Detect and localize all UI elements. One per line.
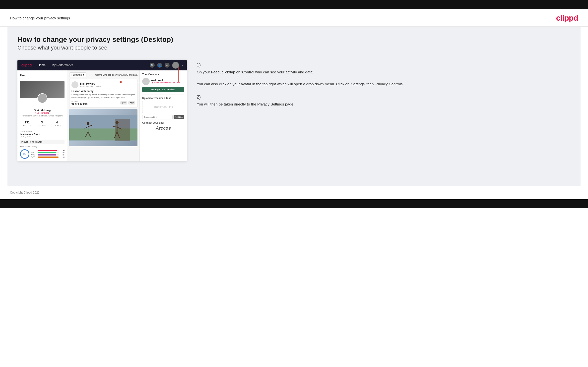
mock-quality-row: 92 OTT 90 APP [20, 149, 65, 159]
mock-golf-image [69, 109, 137, 146]
mock-trackman-title: Upload a Trackman Test [142, 95, 184, 100]
mock-tag-app: APP [128, 101, 135, 105]
mock-user-icon: 👤 [157, 63, 162, 68]
svg-line-11 [117, 127, 122, 129]
mock-user-club: Royal North Devon Golf Club, United King… [20, 115, 65, 117]
mock-post-header: Blair McHarg Yesterday · Sunningdale [71, 81, 135, 88]
mock-following-row: Following ▾ Control who can see your act… [69, 72, 137, 77]
mock-user-name: Blair McHarg [20, 109, 65, 112]
mock-coach-name: David Ford [151, 79, 180, 82]
mock-body: Feed Blair McHarg Plus Handicap Royal No… [17, 70, 187, 161]
mock-middle-panel: Following ▾ Control who can see your act… [67, 70, 139, 161]
svg-rect-1 [69, 129, 137, 141]
breadcrumb: How to change your privacy settings [10, 16, 70, 20]
clippd-logo: clippd [556, 13, 578, 23]
mock-stat-followers: 3 Followers [38, 121, 46, 126]
mock-bar-putt-fill [38, 157, 59, 158]
mock-post-tags: OTT APP [120, 101, 135, 105]
mock-bar-ott-label: OTT [31, 150, 37, 151]
mock-followers-value: 3 [38, 121, 46, 124]
mock-tag-ott: OTT [120, 101, 127, 105]
site-footer: Copyright Clippd 2022 [0, 186, 588, 199]
mock-search-icon: 🔍 [150, 63, 155, 68]
mock-bar-ott-track [38, 150, 59, 151]
mock-nav-home: Home [38, 63, 46, 67]
mock-following-value: 4 [53, 121, 61, 124]
mock-nav-icons: 🔍 👤 ⊕ ▾ [150, 62, 183, 69]
mock-duration-label: Duration [71, 100, 87, 103]
mock-settings-icon: ⊕ [165, 63, 170, 68]
svg-line-13 [117, 132, 120, 138]
mock-bar-ott-fill [38, 150, 57, 151]
mock-activities-value: 131 [23, 121, 31, 124]
mock-left-panel: Feed Blair McHarg Plus Handicap Royal No… [17, 70, 67, 161]
mock-post-title: Lesson with Fordy [71, 90, 135, 93]
mock-latest-date: 03 Aug 2022 [20, 135, 65, 138]
mock-stat-following: 4 Following [53, 121, 61, 126]
mock-arccos-label: Arccos [142, 126, 184, 131]
mock-following-label: Following [53, 124, 61, 126]
main-content: How to change your privacy settings (Des… [7, 27, 581, 186]
mock-following-chevron: ▾ [83, 73, 84, 76]
mock-coach-club: 📍 Royal North Devon Golf Club [151, 82, 180, 84]
mock-following-label: Following [71, 73, 82, 76]
mock-activities-label: Activities [23, 124, 31, 126]
mock-trackman-input-row: Add Link [142, 115, 184, 119]
mock-circle-score: 92 [20, 149, 29, 159]
mock-trackman-box: Trackman Link [142, 101, 184, 113]
screenshot-mock: clippd Home My Performance 🔍 👤 ⊕ ▾ Feed [17, 60, 187, 161]
mock-user-avatar-btn[interactable] [172, 62, 179, 69]
svg-line-12 [115, 132, 117, 138]
mock-post-avatar [71, 81, 78, 88]
mock-feed-tab[interactable]: Feed [20, 74, 26, 78]
mock-profile-avatar [37, 93, 47, 103]
mock-latest-label: Latest Activity [20, 130, 65, 132]
mock-coach-avatar [142, 78, 150, 85]
mock-nav-performance: My Performance [52, 63, 73, 67]
mock-clippd-logo: clippd [21, 63, 32, 67]
mock-bar-ott: OTT 90 [31, 150, 65, 151]
mock-quality-label: Total Player Quality [20, 146, 65, 148]
mock-coach-row: David Ford 📍 Royal North Devon Golf Club [142, 78, 184, 85]
mock-navbar: clippd Home My Performance 🔍 👤 ⊕ ▾ [17, 60, 187, 70]
top-bar [0, 0, 588, 9]
svg-point-2 [87, 122, 89, 125]
mock-golf-svg [69, 109, 137, 146]
bottom-bar [0, 199, 588, 208]
copyright-text: Copyright Clippd 2022 [10, 191, 40, 194]
mock-post-date: Yesterday · Sunningdale [80, 85, 101, 87]
mock-bar-arg: ARG 86 [31, 154, 65, 156]
mock-right-panel: Your Coaches David Ford 📍 Royal North De… [139, 70, 187, 161]
site-header: How to change your privacy settings clip… [0, 9, 588, 27]
mock-bar-arg-track [38, 154, 59, 156]
mock-following-button[interactable]: Following ▾ [69, 72, 86, 77]
mock-bar-app-track [38, 152, 59, 153]
mock-bar-app: APP 85 [31, 152, 65, 154]
page-subtitle: Choose what you want people to see [17, 45, 571, 51]
mock-control-link[interactable]: Control who can see your activity and da… [95, 74, 137, 76]
mock-bars: OTT 90 APP 85 [31, 150, 65, 158]
mock-bar-arg-fill [38, 154, 56, 156]
mock-bar-arg-val: 86 [60, 154, 65, 156]
mock-bar-app-fill [38, 152, 56, 153]
step-2-text: You will then be taken directly to the P… [197, 101, 571, 107]
mock-user-handicap: Plus Handicap [20, 112, 65, 114]
instruction-step-1: 1) On your Feed, click/tap on 'Control w… [197, 62, 571, 87]
instruction-step-2: 2) You will then be taken directly to th… [197, 95, 571, 107]
mock-followers-label: Followers [38, 124, 46, 126]
mock-bar-ott-val: 90 [60, 150, 65, 151]
mock-latest-name: Lesson with Fordy [20, 133, 65, 135]
mock-connect-title: Connect your data [142, 119, 184, 124]
mock-manage-coaches-button[interactable]: Manage Your Coaches [142, 87, 184, 92]
step-1-number: 1) [197, 62, 571, 68]
content-layout: clippd Home My Performance 🔍 👤 ⊕ ▾ Feed [17, 60, 571, 161]
mock-duration-info: Duration 01 hr : 30 min [71, 100, 87, 105]
mock-perf-title: Player Performance [20, 140, 65, 144]
step-1-extra: You can also click on your avatar in the… [197, 81, 571, 87]
svg-point-8 [116, 121, 119, 124]
mock-trackman-input[interactable] [142, 115, 173, 119]
mock-add-link-button[interactable]: Add Link [174, 115, 184, 119]
mock-bar-putt-val: 96 [60, 156, 65, 158]
mock-bar-putt: PUTT 96 [31, 156, 65, 158]
mock-stats-row: 131 Activities 3 Followers 4 Following [20, 119, 65, 128]
